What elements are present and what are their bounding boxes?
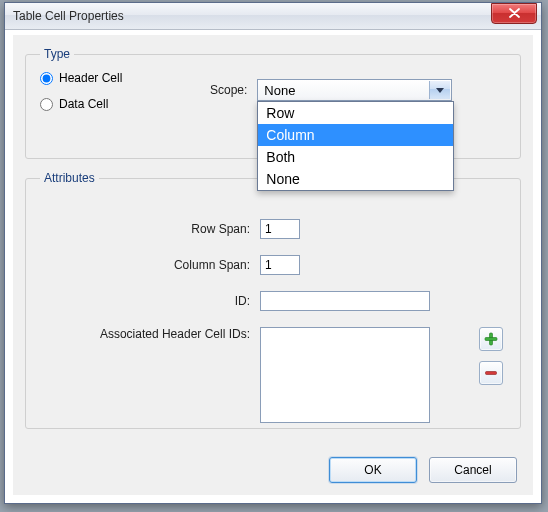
- scope-label: Scope:: [210, 83, 247, 97]
- scope-option-row[interactable]: Row: [258, 102, 453, 124]
- titlebar: Table Cell Properties: [5, 3, 541, 30]
- radio-data-cell-label: Data Cell: [59, 97, 108, 111]
- remove-header-id-button[interactable]: [479, 361, 503, 385]
- cancel-button[interactable]: Cancel: [429, 457, 517, 483]
- radio-header-cell-label: Header Cell: [59, 71, 122, 85]
- row-span-label: Row Span:: [40, 222, 260, 236]
- scope-value: None: [264, 83, 295, 98]
- associated-header-ids-label: Associated Header Cell IDs:: [40, 327, 260, 341]
- scope-option-column[interactable]: Column: [258, 124, 453, 146]
- close-icon: [509, 8, 520, 18]
- attributes-legend: Attributes: [40, 171, 99, 185]
- scope-combobox[interactable]: None Row Column Both None: [257, 79, 452, 101]
- column-span-input[interactable]: [260, 255, 300, 275]
- chevron-down-icon: [429, 81, 450, 99]
- plus-icon: [484, 332, 498, 346]
- column-span-label: Column Span:: [40, 258, 260, 272]
- add-header-id-button[interactable]: [479, 327, 503, 351]
- associated-header-ids-list[interactable]: [260, 327, 430, 423]
- radio-header-cell-input[interactable]: [40, 72, 53, 85]
- scope-option-none[interactable]: None: [258, 168, 453, 190]
- svg-rect-1: [485, 338, 497, 341]
- id-input[interactable]: [260, 291, 430, 311]
- attributes-group: Attributes Row Span: Column Span: ID: As…: [25, 171, 521, 429]
- type-group: Type Header Cell Data Cell Scope: None: [25, 47, 521, 159]
- id-label: ID:: [40, 294, 260, 308]
- radio-header-cell[interactable]: Header Cell: [40, 71, 200, 85]
- scope-dropdown: Row Column Both None: [257, 101, 454, 191]
- scope-option-both[interactable]: Both: [258, 146, 453, 168]
- client-area: Type Header Cell Data Cell Scope: None: [13, 35, 533, 495]
- radio-data-cell-input[interactable]: [40, 98, 53, 111]
- row-span-input[interactable]: [260, 219, 300, 239]
- ok-button[interactable]: OK: [329, 457, 417, 483]
- dialog-buttons: OK Cancel: [329, 457, 517, 483]
- radio-data-cell[interactable]: Data Cell: [40, 97, 200, 111]
- svg-rect-2: [486, 372, 497, 375]
- dialog-window: Table Cell Properties Type Header Cell D…: [4, 2, 542, 504]
- minus-icon: [484, 366, 498, 380]
- close-button[interactable]: [491, 3, 537, 24]
- window-title: Table Cell Properties: [13, 9, 124, 23]
- type-legend: Type: [40, 47, 74, 61]
